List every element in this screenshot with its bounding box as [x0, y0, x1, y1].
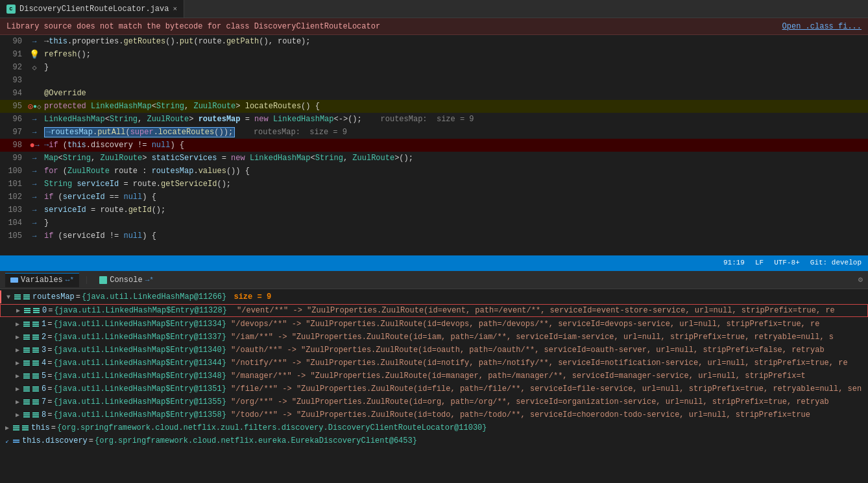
line-content: Map<String, ZuulRoute> staticServices = … [42, 154, 868, 163]
var-entry-0-type: {java.util.LinkedHashMap$Entry@11328} [54, 306, 226, 315]
var-row-8[interactable]: ▶ 8 = {java.util.LinkedHashMap$Entry@113… [0, 408, 868, 421]
var-type-routesmap: {java.util.LinkedHashMap@11266} [82, 292, 226, 301]
expand-4[interactable]: ▶ [13, 359, 22, 368]
line-gutter: ◇ [27, 63, 42, 73]
panel-settings-icon[interactable]: ⚙ [858, 275, 863, 285]
charset: UTF-8+ [774, 259, 800, 266]
expand-8[interactable]: ▶ [13, 410, 22, 419]
line-gutter: ⊙●◇ [27, 101, 42, 112]
var-entry-2-value: "/iam/**" -> "ZuulProperties.ZuulRoute(i… [226, 333, 834, 342]
var-icon-6 [23, 386, 39, 392]
code-line-95: 95 ⊙●◇ protected LinkedHashMap<String, Z… [0, 100, 868, 113]
warning-message: Library source does not match the byteco… [6, 22, 380, 31]
expand-5[interactable]: ▶ [13, 371, 22, 381]
var-row-1[interactable]: ▶ 1 = {java.util.LinkedHashMap$Entry@113… [0, 318, 868, 331]
var-name-routesmap: routesMap [32, 292, 75, 301]
var-entry-6-name: 6 [42, 384, 46, 394]
var-row-routesmap[interactable]: ▼ routesMap = {java.util.LinkedHashMap@1… [0, 290, 868, 303]
var-icon-7 [23, 399, 39, 405]
var-type-this-discovery: {org.springframework.cloud.netflix.eurek… [95, 436, 417, 445]
var-entry-4-value: "/notify/**" -> "ZuulProperties.ZuulRout… [226, 359, 848, 368]
console-tab[interactable]: Console →* [94, 273, 159, 287]
tab-close-button[interactable]: × [173, 5, 177, 13]
var-type-this: {org.springframework.cloud.netflix.zuul.… [57, 423, 487, 432]
expand-0[interactable]: ▶ [14, 306, 23, 315]
var-row-2[interactable]: ▶ 2 = {java.util.LinkedHashMap$Entry@113… [0, 331, 868, 344]
file-tab[interactable]: C DiscoveryClientRouteLocator.java × [0, 0, 184, 18]
line-number: 98 [0, 141, 27, 150]
line-gutter: → [27, 193, 42, 201]
line-gutter: → [27, 128, 42, 136]
line-gutter: → [27, 180, 42, 188]
git-branch: Git: develop [810, 259, 862, 266]
var-entry-3-type: {java.util.LinkedHashMap$Entry@11340} [53, 346, 226, 355]
var-icon-4 [23, 360, 39, 366]
var-row-3[interactable]: ▶ 3 = {java.util.LinkedHashMap$Entry@113… [0, 344, 868, 357]
expand-7[interactable]: ▶ [13, 397, 22, 406]
line-number: 95 [0, 102, 27, 111]
var-icon-5 [23, 373, 39, 379]
code-line-98: 98 ●→ →if (this.discovery != null) { [0, 139, 868, 152]
var-entry-4-name: 4 [42, 359, 46, 368]
bottom-panel: Variables ↔* | Console →* ⚙ ▼ [0, 270, 868, 470]
var-entry-4-type: {java.util.LinkedHashMap$Entry@11344} [53, 359, 226, 368]
var-icon-1 [23, 322, 39, 327]
var-entry-7-type: {java.util.LinkedHashMap$Entry@11355} [53, 397, 226, 406]
tab-bar: C DiscoveryClientRouteLocator.java × [0, 0, 868, 18]
var-row-6[interactable]: ▶ 6 = {java.util.LinkedHashMap$Entry@113… [0, 383, 868, 395]
var-entry-0-name: 0 [42, 306, 47, 315]
var-row-this-discovery[interactable]: ↙ this.discovery = {org.springframework.… [0, 434, 868, 447]
tab-divider: | [84, 276, 89, 285]
editor-area: 90 → →this.properties.getRoutes().put(ro… [0, 35, 868, 255]
code-line-91: 91 💡 refresh(); [0, 48, 868, 61]
line-content: if (serviceId == null) { [42, 193, 868, 202]
var-row-4[interactable]: ▶ 4 = {java.util.LinkedHashMap$Entry@113… [0, 357, 868, 370]
expand-2[interactable]: ▶ [13, 333, 22, 342]
code-lines: 90 → →this.properties.getRoutes().put(ro… [0, 35, 868, 242]
expand-routesmap[interactable]: ▼ [4, 292, 13, 301]
expand-this[interactable]: ▶ [3, 423, 12, 432]
line-number: 97 [0, 128, 27, 137]
warning-bar: Library source does not match the byteco… [0, 18, 868, 35]
line-content: @Override [42, 89, 868, 98]
file-tab-icon: C [6, 5, 16, 14]
var-entry-8-value: "/todo/**" -> "ZuulProperties.ZuulRoute(… [226, 410, 810, 419]
variables-tab-icon [10, 277, 18, 283]
line-number: 102 [0, 193, 27, 202]
var-icon-2 [23, 335, 39, 340]
var-entry-1-name: 1 [42, 320, 46, 329]
var-row-7[interactable]: ▶ 7 = {java.util.LinkedHashMap$Entry@113… [0, 395, 868, 408]
var-entry-6-type: {java.util.LinkedHashMap$Entry@11351} [53, 384, 226, 394]
line-gutter: → [27, 154, 42, 162]
open-class-link[interactable]: Open .class fi... [782, 22, 862, 31]
line-gutter: → [27, 232, 42, 240]
line-number: 104 [0, 218, 27, 228]
code-line-90: 90 → →this.properties.getRoutes().put(ro… [0, 35, 868, 48]
var-entry-5-type: {java.util.LinkedHashMap$Entry@11348} [53, 371, 226, 381]
line-number: 105 [0, 231, 27, 241]
line-content: LinkedHashMap<String, ZuulRoute> routesM… [42, 115, 868, 124]
cursor-position: 91:19 [723, 259, 745, 266]
var-entry-3-name: 3 [42, 346, 46, 355]
status-bar: 91:19 LF UTF-8+ Git: develop [0, 255, 868, 270]
expand-1[interactable]: ▶ [13, 320, 22, 329]
var-icon-this-discovery [13, 440, 19, 443]
expand-this-discovery[interactable]: ↙ [3, 436, 12, 445]
var-name-this: this [31, 423, 50, 432]
var-icon-routesmap [14, 294, 30, 300]
variables-tab[interactable]: Variables ↔* [5, 273, 79, 287]
line-number: 103 [0, 206, 27, 215]
var-row-0[interactable]: ▶ 0 = {java.util.LinkedHashMap$Entry@113… [0, 304, 868, 317]
code-line-105: 105 → if (serviceId != null) { [0, 230, 868, 242]
expand-3[interactable]: ▶ [13, 346, 22, 355]
variables-tab-label: Variables [21, 276, 63, 285]
expand-6[interactable]: ▶ [13, 384, 22, 394]
var-entry-1-value: "/devops/**" -> "ZuulProperties.ZuulRout… [226, 320, 820, 329]
variables-panel: ▼ routesMap = {java.util.LinkedHashMap@1… [0, 289, 868, 470]
var-row-this[interactable]: ▶ this = {org.springframework.cloud.netf… [0, 421, 868, 434]
console-tab-icon [99, 276, 107, 284]
var-row-5[interactable]: ▶ 5 = {java.util.LinkedHashMap$Entry@113… [0, 370, 868, 383]
var-entry-8-type: {java.util.LinkedHashMap$Entry@11358} [53, 410, 226, 419]
line-gutter: → [27, 115, 42, 123]
var-entry-6-value: "/file/**" -> "ZuulProperties.ZuulRoute(… [226, 384, 862, 394]
